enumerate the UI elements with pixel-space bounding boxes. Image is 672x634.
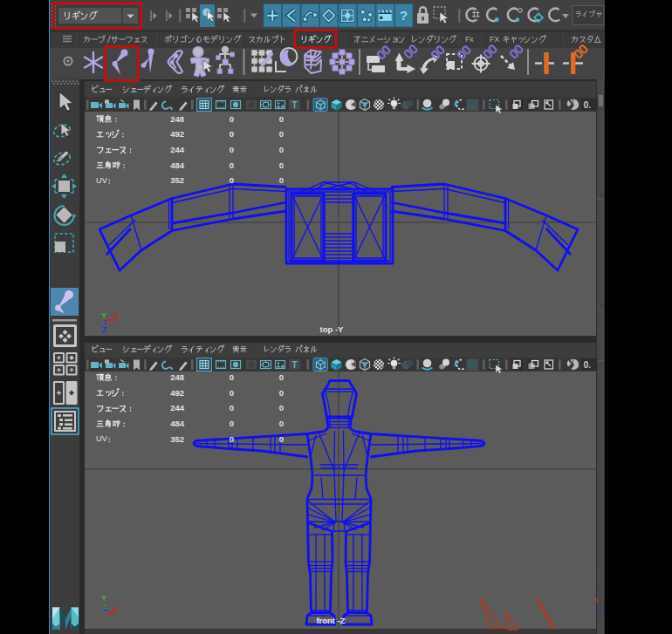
svg-text:0: 0 <box>279 129 284 139</box>
svg-text:0: 0 <box>230 403 234 412</box>
svg-text:0: 0 <box>230 145 234 154</box>
svg-text:X: X <box>113 310 120 320</box>
svg-text:FX: FX <box>490 35 499 44</box>
svg-text:0: 0 <box>279 160 284 170</box>
svg-text:0: 0 <box>230 372 234 382</box>
svg-text:0.: 0. <box>584 359 592 370</box>
svg-text:top -Y: top -Y <box>320 324 345 334</box>
svg-text:Y: Y <box>101 310 107 320</box>
svg-text:0: 0 <box>230 114 234 124</box>
svg-text:0: 0 <box>230 388 234 398</box>
svg-text:0: 0 <box>230 175 234 185</box>
svg-text:Z: Z <box>102 324 107 334</box>
svg-text:248: 248 <box>170 114 184 124</box>
svg-text:0: 0 <box>230 160 234 170</box>
svg-text:0: 0 <box>279 419 284 428</box>
svg-text:0: 0 <box>279 434 284 444</box>
svg-text:0: 0 <box>279 145 284 154</box>
svg-text:244: 244 <box>170 403 185 412</box>
svg-text:Y: Y <box>101 593 107 603</box>
svg-text:0: 0 <box>230 419 234 428</box>
svg-text:X: X <box>113 604 119 614</box>
svg-text:244: 244 <box>170 145 185 154</box>
svg-text:492: 492 <box>170 388 184 398</box>
svg-text:0: 0 <box>279 372 284 382</box>
svg-text:0: 0 <box>279 388 284 398</box>
svg-text:492: 492 <box>170 129 184 139</box>
svg-text:T: T <box>291 100 297 110</box>
svg-text:484: 484 <box>170 419 185 428</box>
svg-text:UV: UV <box>96 434 108 443</box>
svg-text:0: 0 <box>279 403 284 412</box>
svg-text:UV: UV <box>96 176 108 185</box>
svg-text:248: 248 <box>170 372 184 382</box>
svg-text:352: 352 <box>170 434 184 444</box>
svg-text:0: 0 <box>279 175 284 185</box>
svg-text:?: ? <box>400 8 408 23</box>
svg-text:0.: 0. <box>584 99 592 110</box>
svg-text:0: 0 <box>230 434 234 444</box>
svg-text:0: 0 <box>279 114 284 124</box>
svg-text:T: T <box>291 360 297 370</box>
svg-text:0: 0 <box>230 129 234 139</box>
svg-text:Fx: Fx <box>465 35 474 44</box>
svg-text:front -Z: front -Z <box>316 616 345 625</box>
svg-text:484: 484 <box>170 160 185 170</box>
svg-text:352: 352 <box>170 175 184 185</box>
